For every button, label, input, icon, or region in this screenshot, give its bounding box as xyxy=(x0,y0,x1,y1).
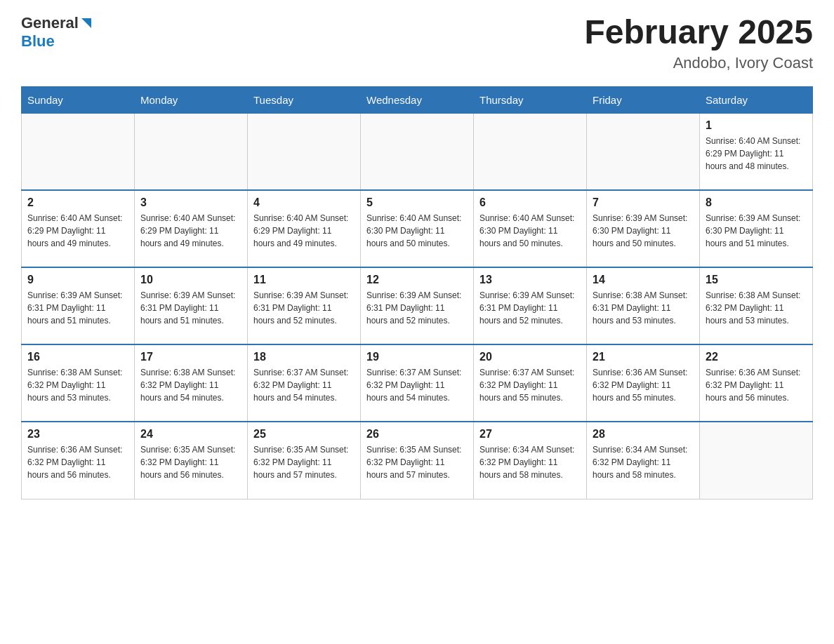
day-number: 23 xyxy=(27,428,128,441)
day-number: 16 xyxy=(27,351,128,363)
header-saturday: Saturday xyxy=(700,86,813,113)
day-info: Sunrise: 6:34 AM Sunset: 6:32 PM Dayligh… xyxy=(479,443,581,481)
header-sunday: Sunday xyxy=(22,86,135,113)
table-row: 25Sunrise: 6:35 AM Sunset: 6:32 PM Dayli… xyxy=(248,422,361,499)
table-row xyxy=(587,113,700,190)
table-row: 22Sunrise: 6:36 AM Sunset: 6:32 PM Dayli… xyxy=(700,344,813,422)
day-number: 20 xyxy=(479,351,581,363)
day-number: 11 xyxy=(253,274,355,286)
day-info: Sunrise: 6:39 AM Sunset: 6:30 PM Dayligh… xyxy=(593,212,694,250)
table-row: 8Sunrise: 6:39 AM Sunset: 6:30 PM Daylig… xyxy=(700,190,813,267)
day-info: Sunrise: 6:37 AM Sunset: 6:32 PM Dayligh… xyxy=(253,366,355,404)
table-row: 18Sunrise: 6:37 AM Sunset: 6:32 PM Dayli… xyxy=(248,344,361,422)
svg-marker-0 xyxy=(81,18,91,28)
day-info: Sunrise: 6:39 AM Sunset: 6:31 PM Dayligh… xyxy=(366,289,468,327)
table-row xyxy=(700,422,813,499)
header-friday: Friday xyxy=(587,86,700,113)
day-info: Sunrise: 6:40 AM Sunset: 6:29 PM Dayligh… xyxy=(27,212,128,250)
header-thursday: Thursday xyxy=(474,86,587,113)
day-number: 22 xyxy=(706,351,807,363)
day-number: 9 xyxy=(27,274,128,286)
day-number: 12 xyxy=(366,274,468,286)
table-row: 13Sunrise: 6:39 AM Sunset: 6:31 PM Dayli… xyxy=(474,267,587,344)
day-number: 7 xyxy=(593,196,694,209)
table-row: 11Sunrise: 6:39 AM Sunset: 6:31 PM Dayli… xyxy=(248,267,361,344)
day-number: 24 xyxy=(140,428,241,441)
table-row: 24Sunrise: 6:35 AM Sunset: 6:32 PM Dayli… xyxy=(135,422,248,499)
day-info: Sunrise: 6:40 AM Sunset: 6:30 PM Dayligh… xyxy=(479,212,581,250)
logo-general-text: General xyxy=(21,14,79,32)
table-row: 15Sunrise: 6:38 AM Sunset: 6:32 PM Dayli… xyxy=(700,267,813,344)
day-info: Sunrise: 6:34 AM Sunset: 6:32 PM Dayligh… xyxy=(593,443,694,481)
day-number: 15 xyxy=(706,274,807,286)
title-section: February 2025 Andobo, Ivory Coast xyxy=(584,14,813,72)
table-row: 7Sunrise: 6:39 AM Sunset: 6:30 PM Daylig… xyxy=(587,190,700,267)
table-row xyxy=(361,113,474,190)
day-number: 28 xyxy=(593,428,694,441)
calendar-row: 16Sunrise: 6:38 AM Sunset: 6:32 PM Dayli… xyxy=(22,344,813,422)
day-number: 6 xyxy=(479,196,581,209)
table-row: 26Sunrise: 6:35 AM Sunset: 6:32 PM Dayli… xyxy=(361,422,474,499)
day-number: 2 xyxy=(27,196,128,209)
table-row: 5Sunrise: 6:40 AM Sunset: 6:30 PM Daylig… xyxy=(361,190,474,267)
day-info: Sunrise: 6:35 AM Sunset: 6:32 PM Dayligh… xyxy=(366,443,468,481)
table-row: 27Sunrise: 6:34 AM Sunset: 6:32 PM Dayli… xyxy=(474,422,587,499)
day-info: Sunrise: 6:39 AM Sunset: 6:31 PM Dayligh… xyxy=(479,289,581,327)
calendar-row: 23Sunrise: 6:36 AM Sunset: 6:32 PM Dayli… xyxy=(22,422,813,499)
day-number: 8 xyxy=(706,196,807,209)
calendar-table: Sunday Monday Tuesday Wednesday Thursday… xyxy=(21,86,813,499)
day-info: Sunrise: 6:40 AM Sunset: 6:29 PM Dayligh… xyxy=(706,135,807,173)
table-row: 3Sunrise: 6:40 AM Sunset: 6:29 PM Daylig… xyxy=(135,190,248,267)
day-number: 4 xyxy=(253,196,355,209)
table-row: 2Sunrise: 6:40 AM Sunset: 6:29 PM Daylig… xyxy=(22,190,135,267)
day-number: 25 xyxy=(253,428,355,441)
day-info: Sunrise: 6:36 AM Sunset: 6:32 PM Dayligh… xyxy=(706,366,807,404)
day-info: Sunrise: 6:39 AM Sunset: 6:31 PM Dayligh… xyxy=(140,289,241,327)
table-row xyxy=(474,113,587,190)
table-row: 28Sunrise: 6:34 AM Sunset: 6:32 PM Dayli… xyxy=(587,422,700,499)
header-monday: Monday xyxy=(135,86,248,113)
day-info: Sunrise: 6:35 AM Sunset: 6:32 PM Dayligh… xyxy=(253,443,355,481)
day-info: Sunrise: 6:40 AM Sunset: 6:30 PM Dayligh… xyxy=(366,212,468,250)
day-number: 26 xyxy=(366,428,468,441)
day-info: Sunrise: 6:40 AM Sunset: 6:29 PM Dayligh… xyxy=(253,212,355,250)
day-info: Sunrise: 6:39 AM Sunset: 6:31 PM Dayligh… xyxy=(27,289,128,327)
day-number: 19 xyxy=(366,351,468,363)
logo-triangle-icon xyxy=(79,15,94,31)
month-title: February 2025 xyxy=(584,14,813,51)
day-info: Sunrise: 6:40 AM Sunset: 6:29 PM Dayligh… xyxy=(140,212,241,250)
table-row xyxy=(22,113,135,190)
day-info: Sunrise: 6:36 AM Sunset: 6:32 PM Dayligh… xyxy=(27,443,128,481)
location-title: Andobo, Ivory Coast xyxy=(584,54,813,72)
day-info: Sunrise: 6:38 AM Sunset: 6:31 PM Dayligh… xyxy=(593,289,694,327)
logo: General Blue xyxy=(21,14,94,51)
header-tuesday: Tuesday xyxy=(248,86,361,113)
day-info: Sunrise: 6:38 AM Sunset: 6:32 PM Dayligh… xyxy=(27,366,128,404)
day-number: 5 xyxy=(366,196,468,209)
calendar-header-row: Sunday Monday Tuesday Wednesday Thursday… xyxy=(22,86,813,113)
header-wednesday: Wednesday xyxy=(361,86,474,113)
table-row: 4Sunrise: 6:40 AM Sunset: 6:29 PM Daylig… xyxy=(248,190,361,267)
day-number: 17 xyxy=(140,351,241,363)
page-header: General Blue February 2025 Andobo, Ivory… xyxy=(21,14,813,72)
table-row: 10Sunrise: 6:39 AM Sunset: 6:31 PM Dayli… xyxy=(135,267,248,344)
table-row: 19Sunrise: 6:37 AM Sunset: 6:32 PM Dayli… xyxy=(361,344,474,422)
day-info: Sunrise: 6:39 AM Sunset: 6:30 PM Dayligh… xyxy=(706,212,807,250)
day-info: Sunrise: 6:39 AM Sunset: 6:31 PM Dayligh… xyxy=(253,289,355,327)
day-number: 14 xyxy=(593,274,694,286)
day-number: 3 xyxy=(140,196,241,209)
day-number: 27 xyxy=(479,428,581,441)
table-row: 6Sunrise: 6:40 AM Sunset: 6:30 PM Daylig… xyxy=(474,190,587,267)
calendar-row: 1Sunrise: 6:40 AM Sunset: 6:29 PM Daylig… xyxy=(22,113,813,190)
calendar-row: 2Sunrise: 6:40 AM Sunset: 6:29 PM Daylig… xyxy=(22,190,813,267)
table-row: 1Sunrise: 6:40 AM Sunset: 6:29 PM Daylig… xyxy=(700,113,813,190)
day-info: Sunrise: 6:38 AM Sunset: 6:32 PM Dayligh… xyxy=(140,366,241,404)
table-row xyxy=(135,113,248,190)
table-row: 16Sunrise: 6:38 AM Sunset: 6:32 PM Dayli… xyxy=(22,344,135,422)
day-number: 13 xyxy=(479,274,581,286)
calendar-row: 9Sunrise: 6:39 AM Sunset: 6:31 PM Daylig… xyxy=(22,267,813,344)
day-info: Sunrise: 6:37 AM Sunset: 6:32 PM Dayligh… xyxy=(366,366,468,404)
day-number: 21 xyxy=(593,351,694,363)
day-number: 1 xyxy=(706,119,807,132)
day-info: Sunrise: 6:36 AM Sunset: 6:32 PM Dayligh… xyxy=(593,366,694,404)
